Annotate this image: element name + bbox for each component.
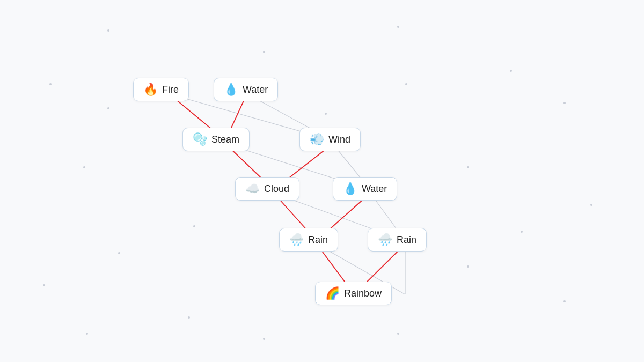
background-dot	[564, 300, 566, 302]
craft-node-steam[interactable]: 🫧Steam	[182, 128, 250, 151]
background-dot	[263, 338, 265, 340]
background-dot	[405, 83, 407, 85]
water2-label: Water	[362, 183, 387, 195]
background-dot	[467, 166, 469, 168]
background-dot	[49, 83, 52, 85]
cloud-emoji: ☁️	[245, 183, 260, 195]
rain2-emoji: 🌧️	[378, 234, 392, 246]
steam-emoji: 🫧	[193, 134, 207, 145]
craft-node-fire[interactable]: 🔥Fire	[133, 78, 189, 101]
water2-emoji: 💧	[343, 183, 357, 195]
rainbow-emoji: 🌈	[325, 287, 340, 299]
craft-node-rain2[interactable]: 🌧️Rain	[368, 228, 427, 252]
rain1-emoji: 🌧️	[289, 234, 304, 246]
steam-label: Steam	[211, 134, 239, 145]
background-dot	[510, 70, 512, 72]
background-dot	[397, 333, 399, 335]
craft-node-water1[interactable]: 💧Water	[214, 78, 278, 101]
wind-label: Wind	[328, 134, 350, 145]
background-dot	[325, 113, 327, 115]
craft-node-cloud[interactable]: ☁️Cloud	[235, 177, 299, 201]
fire-emoji: 🔥	[143, 84, 158, 95]
craft-node-wind[interactable]: 💨Wind	[299, 128, 361, 151]
background-dot	[263, 51, 265, 53]
background-dot	[107, 29, 109, 32]
craft-node-rain1[interactable]: 🌧️Rain	[279, 228, 338, 252]
fire-label: Fire	[162, 84, 179, 95]
background-dot	[86, 333, 88, 335]
background-dot	[467, 265, 469, 268]
background-dot	[397, 26, 399, 28]
background-dot	[564, 102, 566, 104]
connections-svg	[0, 0, 644, 362]
background-dot	[590, 204, 592, 206]
rainbow-label: Rainbow	[344, 288, 382, 299]
cloud-label: Cloud	[264, 183, 289, 195]
craft-node-rainbow[interactable]: 🌈Rainbow	[315, 282, 392, 305]
background-dot	[193, 225, 195, 227]
background-dot	[118, 252, 120, 254]
background-dot	[83, 166, 85, 168]
rain2-label: Rain	[397, 234, 416, 246]
water1-label: Water	[243, 84, 268, 95]
craft-node-water2[interactable]: 💧Water	[333, 177, 397, 201]
background-dot	[521, 231, 523, 233]
background-dot	[107, 107, 109, 109]
water1-emoji: 💧	[224, 84, 238, 95]
wind-emoji: 💨	[310, 134, 324, 145]
rain1-label: Rain	[308, 234, 328, 246]
background-dot	[188, 316, 190, 319]
background-dot	[43, 284, 45, 286]
